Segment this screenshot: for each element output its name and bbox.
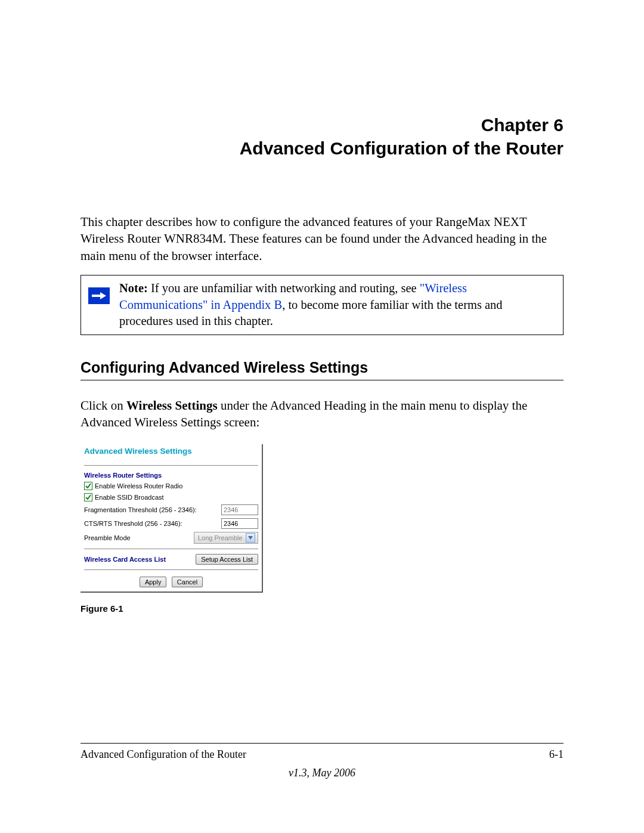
chapter-title: Advanced Configuration of the Router	[80, 137, 564, 160]
figure-caption: Figure 6-1	[80, 603, 564, 614]
arrow-right-icon	[88, 287, 110, 304]
setup-access-list-button[interactable]: Setup Access List	[196, 554, 258, 565]
note-text-before-link: If you are unfamiliar with networking an…	[148, 281, 420, 295]
enable-radio-checkbox[interactable]	[84, 482, 92, 490]
cts-rts-label: CTS/RTS Threshold (256 - 2346):	[84, 520, 218, 527]
enable-ssid-row: Enable SSID Broadcast	[84, 493, 258, 501]
fragmentation-input[interactable]	[221, 504, 258, 515]
preamble-row: Preamble Mode Long Preamble	[84, 532, 258, 544]
preamble-label: Preamble Mode	[84, 534, 190, 541]
wireless-router-settings-subtitle: Wireless Router Settings	[84, 472, 258, 479]
advanced-wireless-settings-panel: Advanced Wireless Settings Wireless Rout…	[80, 444, 263, 593]
divider	[84, 569, 258, 570]
preamble-select[interactable]: Long Preamble	[194, 532, 258, 544]
footer-left: Advanced Configuration of the Router	[80, 748, 246, 761]
chapter-number: Chapter 6	[80, 113, 564, 137]
preamble-select-value: Long Preamble	[198, 534, 243, 541]
footer-version: v1.3, May 2006	[80, 767, 564, 779]
page: Chapter 6 Advanced Configuration of the …	[0, 0, 644, 833]
chapter-heading: Chapter 6 Advanced Configuration of the …	[80, 113, 564, 160]
button-row: Apply Cancel	[84, 576, 258, 587]
enable-ssid-checkbox[interactable]	[84, 493, 92, 501]
panel-title: Advanced Wireless Settings	[84, 447, 258, 466]
note-box: Note: If you are unfamiliar with network…	[80, 275, 564, 335]
cts-rts-input[interactable]	[221, 518, 258, 529]
footer-page-number: 6-1	[549, 748, 564, 761]
section-paragraph: Click on Wireless Settings under the Adv…	[80, 397, 564, 431]
note-label: Note:	[119, 281, 148, 295]
enable-ssid-label: Enable SSID Broadcast	[95, 494, 258, 501]
fragmentation-label: Fragmentation Threshold (256 - 2346):	[84, 506, 218, 513]
chevron-down-icon	[246, 533, 255, 543]
page-footer: Advanced Configuration of the Router 6-1…	[80, 743, 564, 779]
footer-line: Advanced Configuration of the Router 6-1	[80, 743, 564, 761]
cts-rts-row: CTS/RTS Threshold (256 - 2346):	[84, 518, 258, 529]
section-text-before-bold: Click on	[80, 398, 126, 413]
enable-radio-label: Enable Wireless Router Radio	[95, 482, 258, 490]
intro-paragraph: This chapter describes how to configure …	[80, 213, 564, 264]
apply-button[interactable]: Apply	[140, 577, 167, 587]
section-bold-text: Wireless Settings	[126, 398, 218, 413]
access-list-label: Wireless Card Access List	[84, 556, 166, 563]
divider	[84, 549, 258, 549]
access-list-row: Wireless Card Access List Setup Access L…	[84, 554, 258, 565]
note-text: Note: If you are unfamiliar with network…	[119, 280, 556, 330]
section-heading: Configuring Advanced Wireless Settings	[80, 359, 564, 380]
fragmentation-row: Fragmentation Threshold (256 - 2346):	[84, 504, 258, 515]
enable-radio-row: Enable Wireless Router Radio	[84, 482, 258, 490]
cancel-button[interactable]: Cancel	[172, 577, 203, 587]
